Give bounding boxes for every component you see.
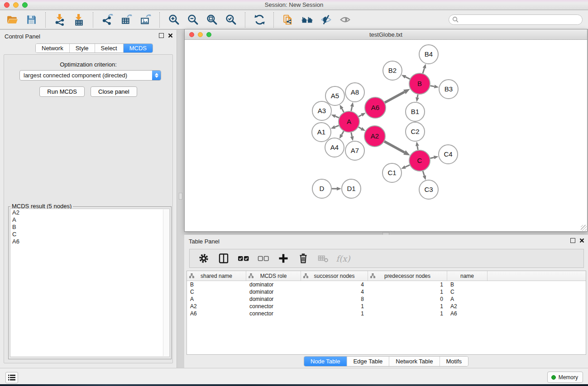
graph-node-B1[interactable]: B1 (406, 102, 425, 121)
table-cell[interactable]: connector (246, 310, 301, 317)
tab-style[interactable]: Style (70, 44, 95, 52)
graph-edge-A-A1[interactable] (335, 125, 339, 127)
import-network-button[interactable] (50, 12, 69, 28)
select-all-button[interactable] (236, 251, 251, 266)
function-builder-button[interactable]: f(x) (335, 251, 351, 266)
result-list-item[interactable]: A6 (10, 238, 169, 245)
column-header-MCDS-role[interactable]: MCDS role (246, 271, 301, 281)
result-list-item[interactable]: C (10, 231, 169, 238)
graph-node-C3[interactable]: C3 (419, 180, 438, 199)
table-settings-button[interactable] (196, 251, 211, 266)
graph-node-C1[interactable]: C1 (382, 163, 402, 182)
graph-node-A7[interactable]: A7 (345, 141, 364, 160)
graph-node-A8[interactable]: A8 (345, 83, 364, 102)
column-header-predecessor-nodes[interactable]: predecessor nodes (368, 271, 447, 281)
network-zoom-button[interactable] (206, 32, 211, 37)
table-cell[interactable]: 4 (301, 289, 368, 295)
mcds-result-list[interactable]: A2ABCA6 (10, 209, 170, 357)
float-table-panel-icon[interactable] (570, 238, 575, 243)
apply-layout-button[interactable] (250, 12, 269, 28)
graph-edge-B-B4[interactable] (423, 68, 425, 73)
open-file-button[interactable] (3, 12, 22, 28)
result-list-item[interactable]: A2 (10, 209, 169, 216)
graph-node-B[interactable]: B (409, 73, 430, 94)
graph-edge-A-A7[interactable] (351, 133, 352, 137)
column-header-successor-nodes[interactable]: successor nodes (301, 271, 368, 281)
table-cell[interactable]: 0 (368, 296, 447, 302)
graph-node-B2[interactable]: B2 (383, 61, 402, 80)
table-row[interactable]: Adominator80A (187, 295, 586, 303)
graph-edge-A-A2[interactable] (359, 127, 361, 129)
graph-node-A[interactable]: A (339, 111, 359, 132)
optimization-criterion-dropdown[interactable]: largest connected component (directed) (19, 70, 161, 81)
memory-button[interactable]: Memory (547, 372, 583, 383)
graph-node-D[interactable]: D (312, 179, 331, 198)
table-cell[interactable]: 1 (368, 310, 447, 317)
table-row[interactable]: Cdominator41C (187, 288, 586, 295)
export-table-button[interactable] (117, 12, 136, 28)
table-cell[interactable]: C (447, 289, 488, 295)
export-network-button[interactable] (98, 12, 117, 28)
graph-node-C4[interactable]: C4 (439, 145, 458, 164)
graph-edge-C-C4[interactable] (430, 157, 434, 158)
graph-node-A4[interactable]: A4 (325, 138, 344, 157)
graph-edge-B-B2[interactable] (406, 77, 410, 79)
table-cell[interactable]: B (447, 281, 488, 288)
delete-column-button[interactable] (296, 251, 311, 266)
graph-edge-A2-C[interactable] (384, 141, 405, 152)
table-cell[interactable]: dominator (246, 296, 301, 302)
deselect-all-button[interactable] (256, 251, 271, 266)
graph-edge-C-C3[interactable] (423, 171, 424, 176)
vertical-splitter-grip[interactable] (179, 193, 182, 200)
table-cell[interactable]: 1 (301, 310, 368, 317)
table-cell[interactable]: A (187, 296, 246, 302)
node-table[interactable]: shared nameMCDS rolesuccessor nodesprede… (186, 271, 586, 355)
graph-edge-A6-B[interactable] (385, 92, 404, 103)
graph-node-B4[interactable]: B4 (419, 45, 438, 64)
table-cell[interactable]: 1 (301, 303, 368, 310)
export-image-button[interactable] (136, 12, 155, 28)
table-cell[interactable]: 1 (368, 281, 447, 288)
add-column-button[interactable] (276, 251, 291, 266)
tab-network[interactable]: Network (36, 44, 70, 52)
graph-edge-A-A6[interactable] (359, 115, 362, 117)
close-table-panel-icon[interactable] (579, 238, 584, 243)
zoom-in-button[interactable] (164, 12, 183, 28)
table-cell[interactable]: A (447, 296, 488, 302)
tab-edge-table[interactable]: Edge Table (347, 357, 389, 366)
close-window-button[interactable] (4, 2, 10, 8)
graph-edge-B-B3[interactable] (430, 86, 435, 86)
graph-edge-B-B1[interactable] (417, 95, 418, 98)
home-button[interactable] (297, 12, 316, 28)
graph-node-A1[interactable]: A1 (312, 123, 331, 142)
window-resize-grip[interactable] (581, 225, 587, 231)
network-minimize-button[interactable] (198, 32, 203, 37)
result-list-item[interactable]: B (10, 224, 169, 231)
session-from-network-button[interactable] (278, 12, 297, 28)
zoom-selected-button[interactable] (221, 12, 240, 28)
run-mcds-button[interactable]: Run MCDS (39, 86, 85, 97)
graph-edge-A-A8[interactable] (351, 106, 352, 111)
table-cell[interactable]: 1 (368, 303, 447, 310)
result-list-item[interactable]: A (10, 216, 169, 224)
graph-node-C2[interactable]: C2 (406, 122, 425, 141)
graph-edge-A-A5[interactable] (342, 109, 344, 112)
table-cell[interactable]: A2 (187, 303, 246, 310)
save-session-button[interactable] (22, 12, 41, 28)
table-cell[interactable]: A6 (187, 310, 246, 317)
graph-edge-A-A4[interactable] (342, 131, 344, 135)
graph-node-A3[interactable]: A3 (312, 101, 331, 120)
result-scrollbar-track[interactable] (163, 210, 169, 356)
tab-network-table[interactable]: Network Table (389, 357, 440, 366)
table-row[interactable]: A2connector11A2 (187, 303, 586, 310)
graph-edge-C-C2[interactable] (417, 146, 418, 150)
graph-node-D1[interactable]: D1 (342, 179, 361, 198)
import-table-button[interactable] (69, 12, 88, 28)
network-close-button[interactable] (189, 32, 194, 37)
network-window-titlebar[interactable]: testGlobe.txt (185, 29, 587, 40)
delete-table-button[interactable] (316, 251, 331, 266)
tab-select[interactable]: Select (95, 44, 124, 52)
tab-mcds[interactable]: MCDS (124, 44, 153, 52)
tab-node-table[interactable]: Node Table (304, 357, 347, 366)
tab-motifs[interactable]: Motifs (440, 357, 468, 366)
